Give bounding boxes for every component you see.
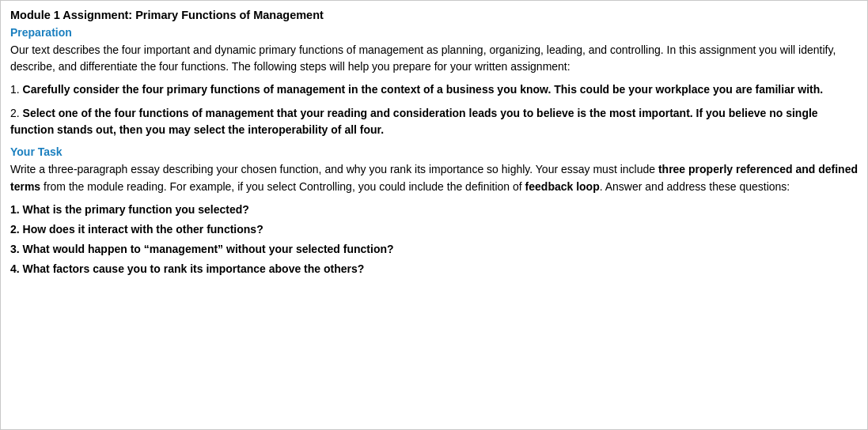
preparation-heading: Preparation (10, 26, 858, 39)
main-container: Module 1 Assignment: Primary Functions o… (0, 0, 868, 430)
question-item-4: 4. What factors cause you to rank its im… (10, 261, 858, 277)
task-intro-bold2: feedback loop (525, 180, 600, 193)
question-list: 1. What is the primary function you sele… (10, 202, 858, 277)
step-2-prefix: 2. (10, 107, 23, 119)
step-2: 2. Select one of the four functions of m… (10, 105, 858, 139)
your-task-heading: Your Task (10, 145, 858, 158)
preparation-intro: Our text describes the four important an… (10, 42, 858, 75)
your-task-section: Your Task Write a three-paragraph essay … (10, 145, 858, 277)
step-1-text: Carefully consider the four primary func… (23, 83, 824, 96)
step-1-prefix: 1. (10, 83, 23, 96)
step-1: 1. Carefully consider the four primary f… (10, 81, 858, 99)
page-title: Module 1 Assignment: Primary Functions o… (10, 9, 858, 21)
task-intro-normal1: Write a three-paragraph essay describing… (10, 163, 658, 175)
question-item-1: 1. What is the primary function you sele… (10, 202, 858, 218)
step-2-text: Select one of the four functions of mana… (10, 107, 818, 137)
question-item-3: 3. What would happen to “management” wit… (10, 241, 858, 258)
task-intro-normal2: from the module reading. For example, if… (40, 180, 525, 193)
task-intro-normal3: . Answer and address these questions: (600, 180, 790, 193)
question-item-2: 2. How does it interact with the other f… (10, 221, 858, 238)
task-intro: Write a three-paragraph essay describing… (10, 161, 858, 195)
